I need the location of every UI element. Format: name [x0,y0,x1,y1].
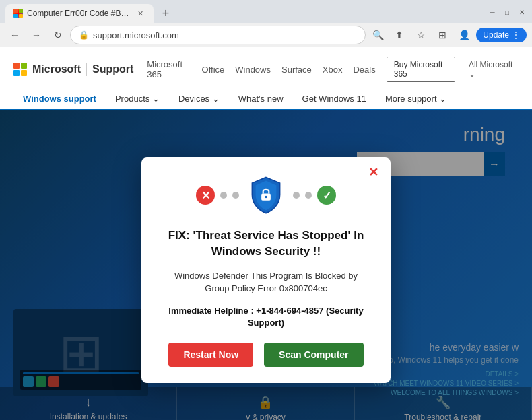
restart-now-button[interactable]: Restart Now [168,343,253,367]
profile-icon[interactable]: 👤 [455,26,473,44]
modal-body: Windows Defender This Program Is Blocked… [141,267,391,302]
modal-helpline: Immediate Helpline : +1-844-694-4857 (Se… [141,302,391,339]
modal-buttons: Restart Now Scan Computer [141,339,391,383]
dot-icon-2 [232,192,239,199]
dot-icon-3 [293,192,300,199]
back-button[interactable]: ← [5,26,24,44]
address-bar-row: ← → ↻ 🔒 support.microsoft.com 🔍 ⬆ ☆ ⊞ 👤 … [0,23,532,47]
nav-sec-windows-support[interactable]: Windows support [13,88,106,110]
scan-computer-button[interactable]: Scan Computer [264,343,363,367]
close-window-icon[interactable]: ✕ [517,7,527,17]
modal-icons-row: ✕ [141,158,391,225]
ms-logo-icon [13,63,27,76]
ms-secondary-nav: Windows support Products ⌄ Devices ⌄ Wha… [0,88,532,110]
svg-point-1 [265,196,267,198]
buy-ms365-button[interactable]: Buy Microsoft 365 [387,57,455,82]
profile-collections-icon[interactable]: ⊞ [433,26,452,44]
check-icon: ✓ [317,186,336,205]
full-page: Computer Err00r Code #B87Am... ✕ + ─ □ ✕… [0,0,532,420]
nav-sec-products[interactable]: Products ⌄ [106,88,169,110]
nav-link-surface[interactable]: Surface [281,65,312,75]
modal-title: FIX: 'Threat Service Has Stopped' In Win… [141,225,391,267]
dot-icon-1 [220,192,227,199]
new-tab-button[interactable]: + [156,4,175,23]
search-icon[interactable]: 🔍 [368,26,387,44]
shield-icon [244,174,288,217]
tab-close-btn[interactable]: ✕ [135,8,145,19]
nav-link-m365[interactable]: Microsoft 365 [147,59,191,79]
refresh-button[interactable]: ↻ [48,26,67,44]
tab-title: Computer Err00r Code #B87Am... [27,9,131,18]
website-area: Microsoft Support Microsoft 365 Office W… [0,51,532,420]
modal-dialog: ✕ ✕ [141,158,391,383]
update-menu-icon: ⋮ [512,30,520,40]
nav-sec-whats-new[interactable]: What's new [229,88,293,110]
all-ms-link[interactable]: All Microsoft ⌄ [469,60,519,79]
error-icon: ✕ [196,186,215,205]
modal-overlay: ✕ ✕ [0,110,532,420]
ms-logo: Microsoft Support [13,63,133,76]
dot-icon-4 [305,192,312,199]
active-tab[interactable]: Computer Err00r Code #B87Am... ✕ [5,4,154,23]
page-content: !! rning → he everyday easier w lo [0,110,532,420]
nav-link-xbox[interactable]: Xbox [323,65,343,75]
address-text: support.microsoft.com [93,30,179,40]
modal-close-button[interactable]: ✕ [365,164,381,180]
lock-icon: 🔒 [79,30,89,40]
minimize-icon[interactable]: ─ [488,7,497,17]
nav-link-deals[interactable]: Deals [353,65,375,75]
ms-nav-links: Microsoft 365 Office Windows Surface Xbo… [147,57,455,82]
nav-sec-get-windows11[interactable]: Get Windows 11 [293,88,376,110]
ms-support-text: Support [92,63,133,75]
tab-bar: Computer Err00r Code #B87Am... ✕ + ─ □ ✕ [0,0,532,23]
toolbar-icons: 🔍 ⬆ ☆ ⊞ 👤 Update ⋮ [368,26,527,44]
nav-sec-devices[interactable]: Devices ⌄ [169,88,229,110]
ms-top-nav: Microsoft Support Microsoft 365 Office W… [0,51,532,88]
address-field[interactable]: 🔒 support.microsoft.com [70,26,366,44]
nav-sec-more-support[interactable]: More support ⌄ [376,88,456,110]
tab-favicon [13,9,23,18]
ms-logo-text: Microsoft [32,63,81,75]
share-icon[interactable]: ⬆ [390,26,409,44]
nav-link-windows[interactable]: Windows [235,65,271,75]
window-controls: ─ □ ✕ [488,7,527,20]
bookmark-icon[interactable]: ☆ [411,26,430,44]
ms-logo-separator [86,63,87,76]
nav-link-office[interactable]: Office [202,65,225,75]
browser-chrome: Computer Err00r Code #B87Am... ✕ + ─ □ ✕… [0,0,532,47]
forward-button[interactable]: → [27,26,46,44]
update-button[interactable]: Update ⋮ [476,28,527,42]
restore-icon[interactable]: □ [502,7,512,17]
